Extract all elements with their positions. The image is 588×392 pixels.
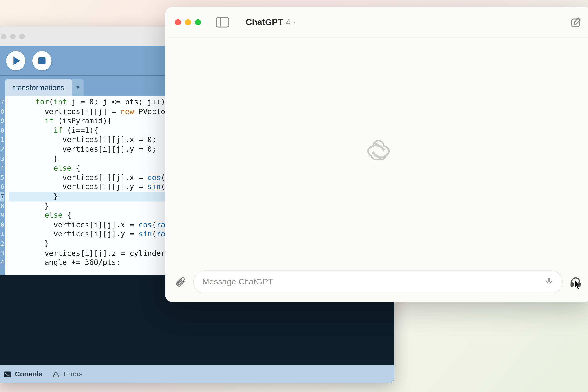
stop-icon xyxy=(38,57,46,64)
warning-icon xyxy=(52,370,60,378)
new-chat-button[interactable] xyxy=(570,16,582,28)
line-gutter: 373839404142434445464748495051525354 xyxy=(0,96,5,275)
errors-tab-label: Errors xyxy=(64,370,82,378)
errors-tab[interactable]: Errors xyxy=(52,370,82,378)
play-icon xyxy=(13,56,20,65)
run-button[interactable] xyxy=(6,51,25,70)
attach-button[interactable] xyxy=(175,276,186,288)
chat-model-selector[interactable]: ChatGPT 4 › xyxy=(246,17,296,27)
terminal-icon xyxy=(4,370,11,378)
voice-mode-button[interactable] xyxy=(570,276,582,288)
close-button[interactable] xyxy=(175,19,181,25)
dictate-icon[interactable] xyxy=(545,276,554,287)
svg-rect-3 xyxy=(548,278,550,282)
svg-rect-5 xyxy=(578,283,580,287)
chat-titlebar: ChatGPT 4 › xyxy=(165,7,588,38)
ide-zoom-dot[interactable] xyxy=(19,34,25,39)
message-input-pill[interactable] xyxy=(193,270,562,293)
chat-empty-state xyxy=(165,38,588,264)
minimize-button[interactable] xyxy=(185,19,191,25)
window-traffic-lights xyxy=(175,19,201,25)
ide-close-dot[interactable] xyxy=(1,34,6,39)
chat-model-name: 4 xyxy=(286,17,290,27)
chat-app-name: ChatGPT xyxy=(246,17,283,27)
zoom-button[interactable] xyxy=(195,19,201,25)
chatgpt-window: ChatGPT 4 › xyxy=(165,7,588,302)
ide-bottombar: Console Errors xyxy=(0,365,394,384)
console-tab-label: Console xyxy=(15,370,43,378)
ide-min-dot[interactable] xyxy=(10,34,16,39)
message-input[interactable] xyxy=(202,277,538,287)
chevron-right-icon: › xyxy=(293,18,296,26)
console-tab[interactable]: Console xyxy=(4,370,42,378)
openai-logo-icon xyxy=(365,138,392,165)
sidebar-toggle-icon[interactable] xyxy=(216,17,229,28)
chat-input-bar xyxy=(165,264,588,302)
ide-tab-dropdown[interactable]: ▼ xyxy=(72,79,84,96)
svg-rect-0 xyxy=(4,372,11,376)
ide-tab-transformations[interactable]: transformations xyxy=(5,79,72,96)
stop-button[interactable] xyxy=(32,51,52,70)
svg-rect-4 xyxy=(571,283,573,287)
